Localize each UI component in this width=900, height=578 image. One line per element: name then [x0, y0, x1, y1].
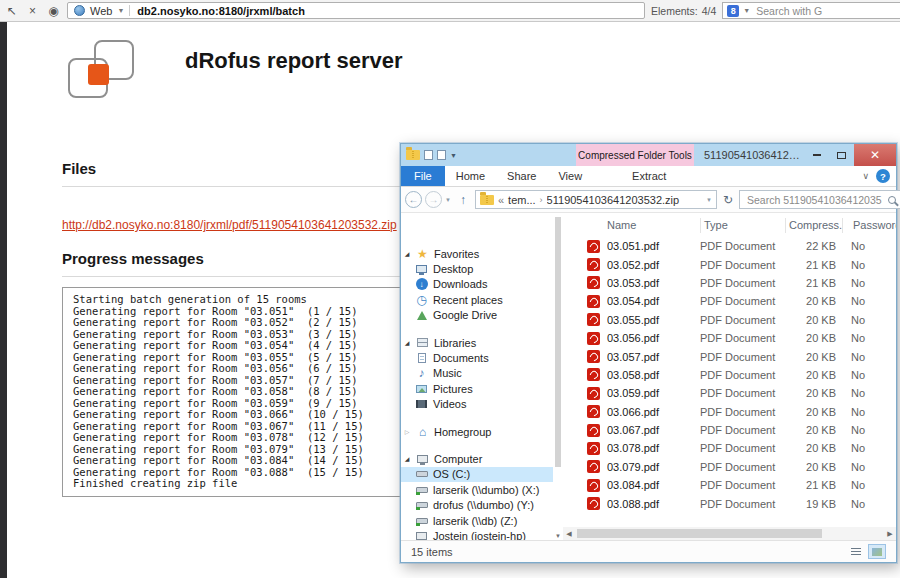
nav-group-homegroup[interactable]: ▷ ⌂ Homegroup [401, 424, 553, 439]
nav-item-os-c[interactable]: OS (C:) [401, 467, 553, 482]
scroll-down-icon[interactable]: ▼ [553, 533, 563, 539]
file-name[interactable]: 03.058.pdf [607, 369, 700, 381]
picker-arrow-icon[interactable]: ↖ [4, 1, 19, 21]
nav-item-google-drive[interactable]: Google Drive [401, 308, 553, 323]
thumbnails-view-button[interactable] [868, 544, 886, 559]
nav-group-label[interactable]: Libraries [434, 337, 476, 349]
table-row[interactable]: 03.084.pdf PDF Document 21 KB No [563, 476, 896, 494]
mode-label[interactable]: Web [90, 5, 112, 17]
nav-item-label[interactable]: drofus (\\dumbo) (Y:) [433, 499, 534, 511]
details-view-button[interactable] [847, 544, 865, 559]
tab-extract[interactable]: Extract [621, 166, 677, 186]
file-name[interactable]: 03.052.pdf [607, 259, 700, 271]
nav-group-label[interactable]: Computer [434, 453, 482, 465]
explorer-search[interactable] [739, 190, 900, 209]
file-name[interactable]: 03.079.pdf [607, 461, 700, 473]
chevron-down-icon[interactable]: ▼ [743, 7, 750, 14]
table-row[interactable]: 03.051.pdf PDF Document 22 KB No [563, 237, 896, 255]
table-row[interactable]: 03.059.pdf PDF Document 20 KB No [563, 384, 896, 402]
nav-item-label[interactable]: Videos [433, 398, 466, 410]
column-header-name[interactable]: Name [563, 218, 700, 233]
chevron-down-icon[interactable]: ▼ [450, 152, 457, 159]
file-name[interactable]: 03.088.pdf [607, 498, 700, 510]
nav-item-pictures[interactable]: Pictures [401, 381, 553, 396]
file-name[interactable]: 03.056.pdf [607, 332, 700, 344]
file-name[interactable]: 03.055.pdf [607, 314, 700, 326]
nav-item-label[interactable]: larserik (\\dumbo) (X:) [433, 484, 539, 496]
table-row[interactable]: 03.078.pdf PDF Document 20 KB No [563, 439, 896, 457]
expand-triangle-icon[interactable]: ◢ [403, 455, 411, 462]
nav-item-downloads[interactable]: ↓ Downloads [401, 277, 553, 292]
nav-scrollbar[interactable]: ▼ [553, 213, 563, 540]
table-row[interactable]: 03.058.pdf PDF Document 20 KB No [563, 366, 896, 384]
nav-group-libraries[interactable]: ◢ Libraries [401, 335, 553, 350]
zip-download-link[interactable]: http://db2.nosyko.no:8180/jrxml/pdf/5119… [62, 218, 397, 232]
file-name[interactable]: 03.054.pdf [607, 295, 700, 307]
help-icon[interactable]: ? [876, 169, 890, 183]
column-header-type[interactable]: Type [700, 218, 785, 233]
expand-triangle-icon[interactable]: ◢ [403, 250, 411, 257]
nav-item-drive-y[interactable]: drofus (\\dumbo) (Y:) [401, 497, 553, 512]
search-input[interactable] [754, 4, 900, 18]
scrollbar-thumb[interactable] [555, 217, 561, 467]
horizontal-scrollbar[interactable]: ◀ ▶ [563, 527, 896, 540]
file-name[interactable]: 03.059.pdf [607, 387, 700, 399]
file-name[interactable]: 03.067.pdf [607, 424, 700, 436]
tab-file[interactable]: File [401, 166, 445, 186]
qat-button-icon[interactable] [424, 150, 433, 160]
nav-item-label[interactable]: Jostein (jostein-hp) [433, 530, 526, 540]
nav-item-drive-x[interactable]: larserik (\\dumbo) (X:) [401, 482, 553, 497]
nav-item-recent-places[interactable]: ◷ Recent places [401, 292, 553, 307]
nav-item-documents[interactable]: Documents [401, 350, 553, 365]
nav-group-favorites[interactable]: ◢ ★ Favorites [401, 246, 553, 261]
nav-item-drive-z[interactable]: larserik (\\db) (Z:) [401, 513, 553, 528]
table-row[interactable]: 03.079.pdf PDF Document 20 KB No [563, 458, 896, 476]
address-bar[interactable]: Web ▼ [67, 2, 645, 19]
up-button[interactable]: ↑ [454, 191, 472, 208]
table-row[interactable]: 03.053.pdf PDF Document 21 KB No [563, 274, 896, 292]
nav-item-label[interactable]: larserik (\\db) (Z:) [433, 515, 517, 527]
breadcrumb[interactable]: « tem... › 5119054103641203532.zip ▼ [475, 190, 717, 209]
nav-group-computer[interactable]: ◢ Computer [401, 451, 553, 466]
file-name[interactable]: 03.084.pdf [607, 479, 700, 491]
file-name[interactable]: 03.057.pdf [607, 351, 700, 363]
file-name[interactable]: 03.078.pdf [607, 442, 700, 454]
search-engine-icon[interactable]: 8 [727, 5, 739, 17]
maximize-button[interactable] [829, 144, 854, 166]
chevron-down-icon[interactable]: ▼ [117, 7, 124, 14]
table-row[interactable]: 03.055.pdf PDF Document 20 KB No [563, 311, 896, 329]
table-row[interactable]: 03.066.pdf PDF Document 20 KB No [563, 403, 896, 421]
nav-item-label[interactable]: OS (C:) [433, 468, 470, 480]
table-row[interactable]: 03.054.pdf PDF Document 20 KB No [563, 292, 896, 310]
nav-item-jostein-pc[interactable]: Jostein (jostein-hp) [401, 528, 553, 540]
table-row[interactable]: 03.056.pdf PDF Document 20 KB No [563, 329, 896, 347]
collapse-triangle-icon[interactable]: ▷ [403, 428, 411, 435]
file-name[interactable]: 03.051.pdf [607, 240, 700, 252]
scroll-left-icon[interactable]: ◀ [563, 530, 575, 538]
file-name[interactable]: 03.066.pdf [607, 406, 700, 418]
nav-item-label[interactable]: Pictures [433, 383, 473, 395]
scrollbar-thumb[interactable] [577, 529, 822, 538]
tab-home[interactable]: Home [445, 166, 496, 186]
back-button[interactable]: ← [405, 191, 422, 208]
minimize-button[interactable] [804, 144, 829, 166]
forward-button[interactable]: → [425, 191, 442, 208]
table-row[interactable]: 03.057.pdf PDF Document 20 KB No [563, 347, 896, 365]
minimize-ribbon-icon[interactable]: ∨ [862, 171, 869, 181]
table-row[interactable]: 03.088.pdf PDF Document 19 KB No [563, 494, 896, 512]
nav-item-label[interactable]: Desktop [433, 263, 473, 275]
explorer-search-input[interactable] [745, 193, 884, 207]
breadcrumb-parent[interactable]: tem... [508, 194, 536, 206]
close-icon[interactable]: × [25, 1, 40, 21]
breadcrumb-current[interactable]: 5119054103641203532.zip [547, 194, 702, 206]
close-button[interactable]: ✕ [854, 144, 896, 166]
nav-item-label[interactable]: Documents [433, 352, 489, 364]
refresh-icon[interactable]: ↻ [720, 193, 736, 207]
nav-item-label[interactable]: Google Drive [433, 309, 497, 321]
toolbar-search[interactable]: 8 ▼ [722, 2, 900, 19]
record-icon[interactable]: ◉ [46, 1, 61, 21]
url-input[interactable] [135, 4, 638, 18]
qat-button-icon[interactable] [437, 150, 446, 160]
column-header-password[interactable]: Password [842, 218, 896, 233]
scroll-right-icon[interactable]: ▶ [884, 530, 896, 538]
